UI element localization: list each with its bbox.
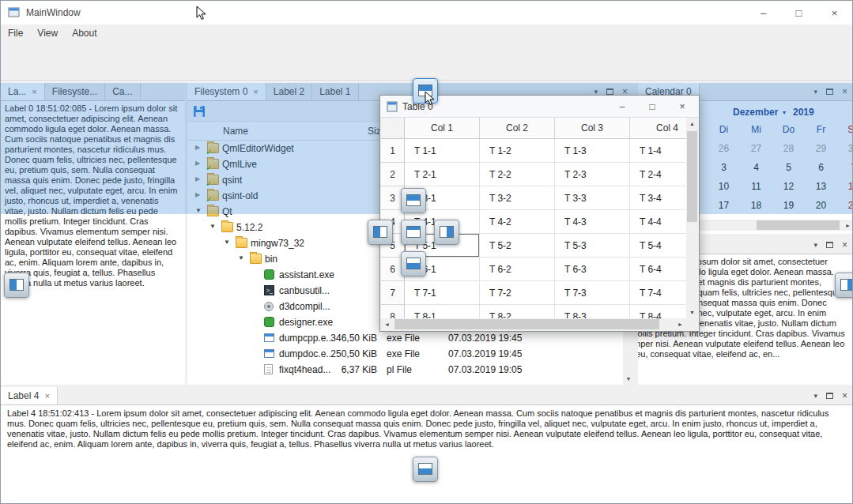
table-column-header[interactable]: Col 4 [630,118,687,139]
table-cell[interactable]: T 5-4 [630,234,687,258]
scroll-thumb[interactable] [687,131,697,222]
drop-indicator-window-bottom[interactable] [413,457,438,482]
drop-indicator-area-center[interactable] [401,220,426,245]
splitter-bottom[interactable] [1,385,853,387]
table-cell[interactable]: T 6-2 [480,258,555,281]
table-cell[interactable]: T 2-1 [405,163,480,186]
table-hscrollbar[interactable]: ◄ ► [381,318,686,330]
table-cell[interactable]: T 8-3 [555,305,630,318]
table-cell[interactable]: T 7-2 [480,281,555,305]
dock-close-icon[interactable]: × [842,390,847,401]
drop-indicator-area-top[interactable] [401,188,426,213]
table-window[interactable]: Table 0 – □ × Col 1Col 2Col 3Col 4123456… [379,95,700,332]
table-cell[interactable]: T 3-2 [480,186,555,210]
tree-row[interactable]: dumpdoc.e...250,50 KiBexe File07.03.2019… [187,346,623,362]
table-vscrollbar[interactable]: ▲ ▼ [686,118,698,318]
table-column-header[interactable]: Col 1 [405,118,480,139]
table-row-header[interactable]: 8 [381,305,405,318]
table-cell[interactable]: T 7-4 [630,281,687,305]
table-cell[interactable]: T 2-4 [630,163,687,186]
folder-icon [221,222,233,232]
expander-open-icon[interactable]: ▼ [209,223,216,230]
table-column-header[interactable]: Col 3 [555,118,630,139]
maximize-button[interactable]: □ [781,1,817,24]
table-row-header[interactable]: 7 [381,281,405,305]
table-cell[interactable]: T 6-4 [630,258,687,281]
window-title: MainWindow [26,1,81,24]
menu-view[interactable]: View [30,24,65,42]
file-name: canbusutil... [279,285,330,296]
table-cell[interactable]: T 1-4 [630,139,687,163]
float-icon[interactable] [826,393,833,399]
expander-open-icon[interactable]: ▼ [238,254,244,261]
app-gear-icon [264,302,274,311]
scroll-thumb[interactable] [757,220,840,230]
drop-indicator-area-right[interactable] [434,220,459,245]
tree-row[interactable]: dumpcpp.e...346,50 KiBexe File07.03.2019… [187,330,623,346]
tab-label4[interactable]: Label 4 × [1,387,58,404]
file-name: designer.exe [279,317,333,328]
close-button[interactable]: × [817,1,852,24]
tabs-menu-icon[interactable]: ▾ [813,392,817,400]
table-cell[interactable]: T 3-3 [555,186,630,210]
drag-cursor [425,91,435,108]
drop-indicator-window-left[interactable] [4,273,29,298]
table-cell[interactable]: T 1-2 [480,139,555,163]
tab-close-icon[interactable]: × [44,392,49,401]
maximize-button[interactable]: □ [637,96,667,118]
tree-row[interactable]: fixqt4head...6,37 KiBpl File07.03.2019 1… [187,362,623,378]
table-cell[interactable]: T 5-3 [555,234,630,258]
label4-content: Label 4 18:51:02:413 - Lorem ipsum dolor… [1,405,853,504]
table-cell[interactable]: T 7-3 [555,281,630,305]
table-cell[interactable]: T 4-4 [630,210,687,234]
table-cell[interactable]: T 8-4 [630,305,687,318]
table-cell[interactable]: T 8-1 [405,305,480,318]
scroll-down-icon[interactable]: ▼ [623,373,634,385]
main-window: MainWindow – □ × File View About Save St… [0,0,853,504]
close-button[interactable]: × [667,96,697,118]
expander-open-icon[interactable]: ▼ [224,239,230,246]
title-bar[interactable]: MainWindow – □ × [1,1,852,24]
file-size: 346,50 KiB [306,333,377,344]
file-modified: 07.03.2019 19:05 [448,364,522,375]
table-row-header[interactable]: 2 [381,163,405,186]
app-console-icon [264,285,274,295]
tabs-menu-icon[interactable]: ▾ [813,241,817,249]
table-cell[interactable]: T 6-3 [555,258,630,281]
table-cell[interactable]: T 5-2 [480,234,555,258]
scroll-right-icon[interactable]: ► [842,220,853,231]
label4-dock-buttons: ▾ × [807,387,853,404]
scroll-up-icon[interactable]: ▲ [686,118,698,130]
table-cell[interactable]: T 8-2 [480,305,555,318]
file-name: assistant.exe [279,269,334,280]
table-row-header[interactable]: 1 [381,139,405,163]
scroll-thumb[interactable] [394,319,659,329]
float-icon[interactable] [826,242,833,248]
table-column-header[interactable]: Col 2 [480,118,555,139]
menu-file[interactable]: File [1,24,30,42]
menu-about[interactable]: About [65,24,104,42]
label4-dock: Label 4 × ▾ × Label 4 18:51:02:413 - Lor… [1,387,853,504]
minimize-button[interactable]: – [607,96,637,118]
table-cell[interactable]: T 1-3 [555,139,630,163]
drop-indicator-window-right[interactable] [835,273,853,298]
drop-indicator-area-bottom[interactable] [401,251,426,276]
table-cell[interactable]: T 3-4 [630,186,687,210]
minimize-button[interactable]: – [745,1,781,24]
table-cell[interactable]: T 7-1 [405,281,480,305]
table-cell[interactable]: T 4-3 [555,210,630,234]
scroll-left-icon[interactable]: ◄ [381,318,393,330]
table-grid: Col 1Col 2Col 3Col 412345678T 1-1T 1-2T … [381,118,687,318]
label3-dock-buttons: ▾ × [807,236,853,254]
table-cell[interactable]: T 1-1 [405,139,480,163]
main-toolbar: Save State Restore State test1 ▾ Create … [1,42,852,81]
scroll-right-icon[interactable]: ► [674,318,686,330]
dock-close-icon[interactable]: × [842,239,847,250]
file-name: d3dcompil... [279,301,330,312]
table-cell[interactable]: T 2-3 [555,163,630,186]
drop-indicator-area-left[interactable] [368,220,393,245]
table-cell[interactable]: T 2-2 [480,163,555,186]
app-win-icon [264,333,274,342]
scroll-down-icon[interactable]: ▼ [686,307,698,318]
table-cell[interactable]: T 4-2 [480,210,555,234]
